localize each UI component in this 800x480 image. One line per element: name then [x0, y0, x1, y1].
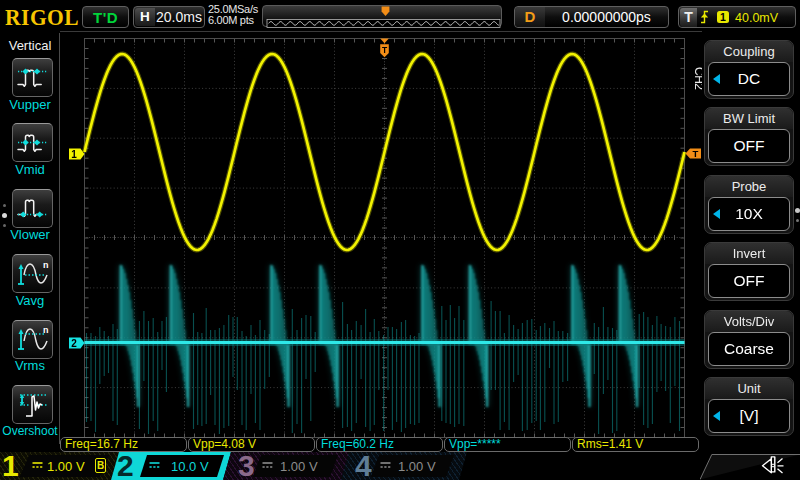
svg-text:n: n — [43, 260, 49, 270]
svg-text:1: 1 — [71, 149, 77, 160]
svg-text:2: 2 — [71, 338, 77, 349]
svg-text:T: T — [382, 45, 388, 55]
svg-text:n: n — [43, 325, 49, 335]
svg-text:T: T — [693, 148, 699, 159]
